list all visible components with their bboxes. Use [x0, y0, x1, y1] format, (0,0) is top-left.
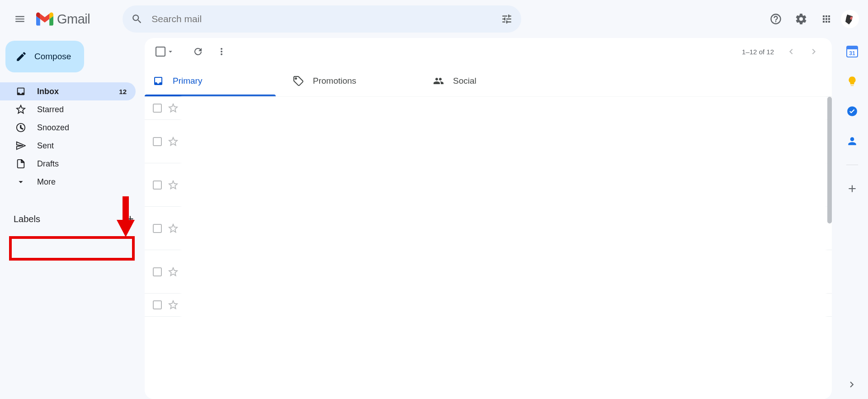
- sidebar-item-label: Starred: [37, 105, 64, 114]
- tab-label: Primary: [173, 76, 202, 86]
- header: Gmail: [0, 0, 868, 38]
- tab-label: Social: [453, 76, 476, 86]
- calendar-app-button[interactable]: 31: [842, 42, 862, 62]
- gear-icon: [795, 13, 807, 25]
- support-button[interactable]: [765, 8, 787, 30]
- plus-icon: [125, 214, 135, 224]
- apps-grid-icon: [821, 14, 832, 24]
- svg-rect-3: [847, 46, 858, 49]
- sidebar-item-label: Inbox: [37, 87, 59, 96]
- row-checkbox[interactable]: [153, 300, 162, 309]
- labels-header-text: Labels: [14, 214, 40, 224]
- calendar-icon: 31: [846, 45, 859, 58]
- sidebar-item-more[interactable]: More: [0, 173, 136, 191]
- tab-primary[interactable]: Primary: [145, 65, 285, 96]
- star-outline-icon: [168, 137, 178, 147]
- mail-toolbar: 1–12 of 12: [145, 38, 832, 65]
- contacts-app-button[interactable]: [842, 131, 862, 151]
- inbox-icon: [16, 86, 26, 96]
- gmail-m-icon: [36, 12, 53, 26]
- svg-text:31: 31: [849, 50, 855, 57]
- scrollbar[interactable]: [827, 97, 832, 223]
- search-options-button[interactable]: [496, 8, 518, 30]
- search-button[interactable]: [126, 8, 148, 30]
- annotation-highlight-box: [9, 236, 135, 261]
- tag-icon: [293, 76, 304, 86]
- star-outline-icon: [168, 267, 178, 277]
- keep-app-button[interactable]: [842, 71, 862, 91]
- next-page-button[interactable]: [804, 42, 824, 62]
- create-label-button[interactable]: [124, 213, 137, 225]
- checkbox-icon: [156, 47, 165, 57]
- avatar-image-icon: [841, 10, 859, 28]
- main-area: 1–12 of 12 Primary Promotions: [145, 38, 868, 399]
- dropdown-caret-icon: [166, 48, 175, 56]
- nav-list: Inbox 12 Starred Snoozed Sent Drafts: [0, 82, 145, 191]
- blurred-content: [181, 97, 826, 399]
- search-input[interactable]: [151, 14, 492, 24]
- row-checkbox[interactable]: [153, 137, 162, 146]
- toolbar-right: 1–12 of 12: [742, 42, 824, 62]
- star-outline-icon: [168, 300, 178, 310]
- page-indicator: 1–12 of 12: [742, 48, 774, 56]
- more-vert-icon: [216, 46, 227, 57]
- get-addons-button[interactable]: [842, 179, 862, 199]
- category-tabs: Primary Promotions Social: [145, 65, 832, 97]
- side-panel-divider: [846, 165, 858, 165]
- star-icon: [16, 104, 26, 114]
- row-checkbox[interactable]: [153, 267, 162, 276]
- sidebar-item-label: Sent: [37, 141, 54, 151]
- sidebar-item-label: Drafts: [37, 159, 59, 169]
- file-icon: [16, 159, 26, 169]
- tune-icon: [501, 13, 513, 25]
- clock-icon: [16, 123, 26, 133]
- row-checkbox[interactable]: [153, 224, 162, 233]
- gmail-logo[interactable]: Gmail: [36, 12, 90, 27]
- inbox-tab-icon: [153, 76, 164, 86]
- people-icon: [433, 76, 444, 86]
- contacts-icon: [846, 135, 858, 147]
- labels-section: Labels: [0, 209, 145, 229]
- refresh-button[interactable]: [188, 42, 208, 62]
- gmail-logo-text: Gmail: [57, 12, 90, 27]
- sidebar-item-starred[interactable]: Starred: [0, 100, 136, 119]
- sidebar-item-label: More: [37, 177, 56, 187]
- compose-label: Compose: [34, 52, 71, 62]
- hide-side-panel-button[interactable]: [842, 375, 862, 394]
- select-all-checkbox[interactable]: [153, 44, 177, 59]
- tasks-app-button[interactable]: [842, 101, 862, 121]
- row-checkbox[interactable]: [153, 180, 162, 190]
- more-actions-button[interactable]: [212, 42, 231, 62]
- row-checkbox[interactable]: [153, 104, 162, 113]
- star-outline-icon: [168, 180, 178, 190]
- sidebar-item-label: Snoozed: [37, 123, 69, 133]
- chevron-left-icon: [786, 46, 797, 57]
- chevron-down-icon: [16, 177, 26, 187]
- settings-button[interactable]: [790, 8, 812, 30]
- pencil-icon: [15, 51, 27, 62]
- chevron-right-icon: [846, 379, 858, 390]
- main-menu-button[interactable]: [9, 8, 31, 30]
- tab-label: Promotions: [313, 76, 356, 86]
- sidebar-item-inbox[interactable]: Inbox 12: [0, 82, 136, 100]
- help-icon: [769, 13, 782, 25]
- keep-icon: [846, 76, 858, 87]
- sidebar-item-sent[interactable]: Sent: [0, 137, 136, 155]
- send-icon: [16, 141, 26, 151]
- compose-button[interactable]: Compose: [5, 41, 84, 72]
- header-actions: [765, 8, 859, 30]
- sidebar-item-snoozed[interactable]: Snoozed: [0, 119, 136, 137]
- search-bar[interactable]: [123, 5, 521, 33]
- side-panel: 31: [836, 38, 868, 399]
- tab-promotions[interactable]: Promotions: [285, 65, 425, 96]
- sidebar-item-drafts[interactable]: Drafts: [0, 155, 136, 173]
- chevron-right-icon: [808, 46, 819, 57]
- mailbox-panel: 1–12 of 12 Primary Promotions: [145, 38, 832, 399]
- google-apps-button[interactable]: [816, 8, 837, 30]
- star-outline-icon: [168, 223, 178, 233]
- mail-list: [145, 97, 832, 399]
- prev-page-button[interactable]: [781, 42, 801, 62]
- inbox-count: 12: [119, 88, 127, 95]
- tab-social[interactable]: Social: [425, 65, 565, 96]
- account-avatar[interactable]: [841, 10, 859, 28]
